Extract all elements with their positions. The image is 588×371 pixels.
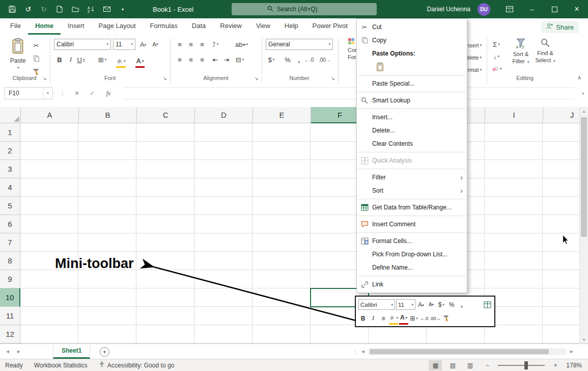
center-button[interactable]: ≡ bbox=[186, 54, 195, 65]
mini-font-size-select[interactable]: 11▾ bbox=[396, 299, 415, 310]
cell-A10[interactable] bbox=[20, 288, 78, 307]
menu-item-define-name[interactable]: Define Name... bbox=[357, 261, 467, 274]
column-header-D[interactable]: D bbox=[195, 107, 253, 123]
page-layout-view-button[interactable]: ▤ bbox=[446, 360, 459, 370]
cell-I7[interactable] bbox=[485, 233, 543, 252]
paste-button[interactable]: Paste ▾ bbox=[6, 38, 30, 78]
mini-italic-button[interactable]: I bbox=[369, 313, 378, 324]
vertical-scrollbar-thumb[interactable] bbox=[581, 117, 587, 237]
cell-A4[interactable] bbox=[20, 178, 78, 197]
cell-C11[interactable] bbox=[136, 307, 194, 325]
cell-B4[interactable] bbox=[78, 178, 136, 197]
column-header-I[interactable]: I bbox=[485, 107, 543, 123]
hscroll-left-icon[interactable]: ◄ bbox=[360, 344, 366, 359]
decrease-indent-button[interactable]: ⇤ bbox=[211, 54, 220, 65]
horizontal-scrollbar-thumb[interactable] bbox=[370, 349, 549, 354]
cell-D12[interactable] bbox=[194, 325, 253, 343]
row-header-9[interactable]: 9 bbox=[0, 270, 20, 288]
wrap-text-button[interactable]: ab↩ bbox=[235, 39, 248, 50]
tab-power-pivot[interactable]: Power Pivot bbox=[305, 18, 355, 35]
search-box[interactable]: Search (Alt+Q) bbox=[232, 3, 377, 15]
cell-J8[interactable] bbox=[543, 252, 579, 270]
cell-I8[interactable] bbox=[485, 252, 543, 270]
sheet-tab-sheet1[interactable]: Sheet1 bbox=[53, 344, 90, 359]
sort-az-icon[interactable]: AZ bbox=[87, 5, 95, 13]
cell-A2[interactable] bbox=[20, 142, 78, 160]
mini-decrease-font-button[interactable]: A▾ bbox=[427, 299, 436, 310]
cell-E6[interactable] bbox=[253, 215, 311, 233]
menu-item-insert-comment[interactable]: Insert Comment bbox=[357, 218, 467, 231]
menu-item-paste-option[interactable] bbox=[357, 60, 467, 73]
clipboard-dialog-launcher-icon[interactable]: ↘ bbox=[43, 76, 47, 81]
sheet-nav-prev-icon[interactable]: ◄ bbox=[5, 344, 10, 359]
share-button[interactable]: Share bbox=[541, 21, 579, 33]
cell-B11[interactable] bbox=[78, 307, 136, 325]
accounting-format-button[interactable]: $▾ bbox=[267, 54, 276, 65]
cell-I1[interactable] bbox=[485, 123, 543, 142]
cell-C12[interactable] bbox=[136, 325, 194, 343]
cell-D3[interactable] bbox=[194, 160, 253, 178]
cell-J6[interactable] bbox=[543, 215, 579, 233]
bold-button[interactable]: B bbox=[55, 54, 64, 65]
cell-I5[interactable] bbox=[485, 197, 543, 215]
mini-font-name-select[interactable]: Calibri▾ bbox=[358, 299, 395, 310]
menu-item-filter[interactable]: Filter› bbox=[357, 171, 467, 184]
decrease-font-size-button[interactable]: A▾ bbox=[151, 39, 160, 50]
zoom-out-button[interactable]: − bbox=[481, 360, 494, 370]
row-header-5[interactable]: 5 bbox=[0, 197, 20, 215]
mini-percent-button[interactable]: % bbox=[447, 299, 456, 310]
page-break-view-button[interactable]: ▥ bbox=[463, 360, 477, 370]
row-header-8[interactable]: 8 bbox=[0, 252, 20, 270]
top-align-button[interactable]: ≡ bbox=[175, 39, 184, 50]
cell-J2[interactable] bbox=[543, 142, 579, 160]
cell-D7[interactable] bbox=[194, 233, 253, 252]
open-folder-icon[interactable] bbox=[71, 5, 79, 13]
mini-increase-decimal-button[interactable]: ←.0 bbox=[419, 313, 429, 324]
minimize-button[interactable]: – bbox=[521, 0, 543, 18]
tab-insert[interactable]: Insert bbox=[61, 18, 92, 35]
formula-input[interactable] bbox=[124, 87, 574, 99]
cell-B6[interactable] bbox=[78, 215, 136, 233]
cell-E12[interactable] bbox=[253, 325, 311, 343]
alignment-dialog-launcher-icon[interactable]: ↘ bbox=[255, 76, 259, 81]
align-left-button[interactable]: ≡ bbox=[175, 54, 184, 65]
mini-increase-font-button[interactable]: A▴ bbox=[416, 299, 426, 310]
align-right-button[interactable]: ≡ bbox=[198, 54, 207, 65]
menu-item-sort[interactable]: Sort› bbox=[357, 184, 467, 197]
tab-help[interactable]: Help bbox=[277, 18, 305, 35]
customize-quick-access-icon[interactable]: ▾ bbox=[119, 5, 127, 13]
cell-A6[interactable] bbox=[20, 215, 78, 233]
zoom-level[interactable]: 178% bbox=[566, 362, 582, 369]
email-icon[interactable] bbox=[103, 5, 111, 13]
underline-button[interactable]: U▾ bbox=[76, 54, 86, 65]
cell-A5[interactable] bbox=[20, 197, 78, 215]
enter-icon[interactable]: ✓ bbox=[86, 87, 99, 99]
cell-E7[interactable] bbox=[253, 233, 311, 252]
tab-formulas[interactable]: Formulas bbox=[143, 18, 185, 35]
cell-E4[interactable] bbox=[253, 178, 311, 197]
menu-item-link[interactable]: Link bbox=[357, 278, 467, 291]
row-header-10[interactable]: 10 bbox=[0, 288, 20, 307]
cell-I12[interactable] bbox=[485, 325, 543, 343]
mini-format-painter-button[interactable] bbox=[442, 313, 451, 324]
number-format-select[interactable]: General▾ bbox=[266, 39, 333, 50]
tab-view[interactable]: View bbox=[249, 18, 277, 35]
cell-D6[interactable] bbox=[194, 215, 253, 233]
middle-align-button[interactable]: ≡ bbox=[186, 39, 195, 50]
increase-indent-button[interactable]: ⇥ bbox=[222, 54, 231, 65]
cancel-icon[interactable]: ✕ bbox=[70, 87, 83, 99]
cell-J9[interactable] bbox=[543, 270, 579, 288]
cell-C1[interactable] bbox=[136, 123, 194, 142]
cell-A1[interactable] bbox=[20, 123, 78, 142]
mini-font-color-button[interactable]: A▾ bbox=[399, 312, 408, 325]
cell-A11[interactable] bbox=[20, 307, 78, 325]
cell-E8[interactable] bbox=[253, 252, 311, 270]
select-all-corner[interactable] bbox=[0, 107, 21, 123]
cell-D2[interactable] bbox=[194, 142, 253, 160]
column-header-E[interactable]: E bbox=[253, 107, 311, 123]
row-header-7[interactable]: 7 bbox=[0, 233, 20, 252]
autosum-button[interactable]: Σ▾ bbox=[492, 39, 501, 50]
menu-item-cut[interactable]: ✂Cut bbox=[357, 20, 467, 34]
menu-item-paste-special[interactable]: Paste Special... bbox=[357, 77, 467, 90]
cell-B7[interactable] bbox=[78, 233, 136, 252]
